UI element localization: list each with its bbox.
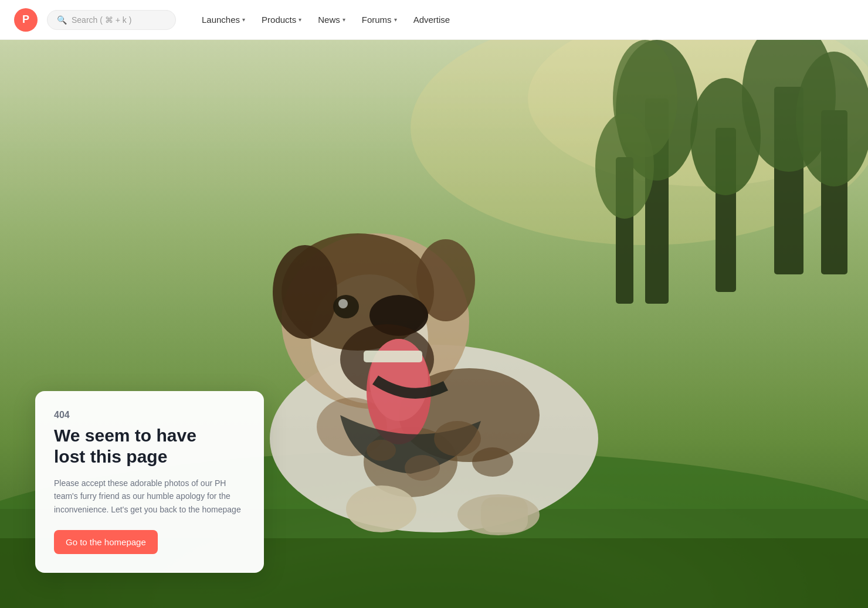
header: P 🔍 Search ( ⌘ + k ) Launches ▾ Products… [0,0,868,40]
svg-point-32 [346,485,416,532]
logo[interactable]: P [14,8,38,32]
chevron-down-icon: ▾ [299,16,301,23]
search-placeholder: Search ( ⌘ + k ) [72,15,131,25]
error-card: 404 We seem to have lost this page Pleas… [35,391,264,573]
search-icon: 🔍 [57,15,67,25]
svg-point-24 [273,245,337,339]
nav-products[interactable]: Products ▾ [255,10,308,29]
svg-point-37 [472,447,513,477]
hero-background: 404 We seem to have lost this page Pleas… [0,40,868,608]
error-title: We seem to have lost this page [54,425,245,467]
nav-news[interactable]: News ▾ [311,10,352,29]
chevron-down-icon: ▾ [242,16,245,23]
chevron-down-icon: ▾ [394,16,397,23]
chevron-down-icon: ▾ [343,16,345,23]
svg-point-14 [595,113,654,219]
nav-forums[interactable]: Forums ▾ [355,10,404,29]
error-code: 404 [54,410,245,420]
main-nav: Launches ▾ Products ▾ News ▾ Forums ▾ Ad… [195,10,457,29]
svg-point-39 [367,440,396,461]
nav-launches[interactable]: Launches ▾ [195,10,252,29]
svg-rect-34 [481,497,528,532]
search-bar[interactable]: 🔍 Search ( ⌘ + k ) [47,10,176,30]
nav-advertise[interactable]: Advertise [406,10,457,29]
svg-point-38 [405,455,440,481]
svg-rect-35 [364,351,422,362]
go-to-homepage-button[interactable]: Go to the homepage [54,530,158,554]
error-description: Please accept these adorable photos of o… [54,477,245,516]
svg-point-31 [338,299,348,308]
svg-point-36 [434,421,481,456]
